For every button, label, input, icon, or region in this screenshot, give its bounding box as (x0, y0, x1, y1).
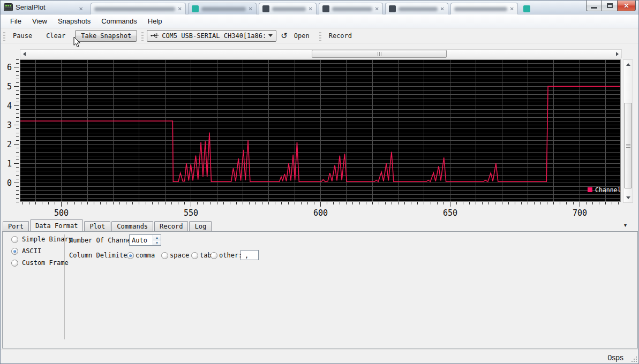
radio-label-ascii: ASCII (22, 247, 41, 255)
x-tick-label: 600 (313, 208, 328, 218)
open-port-button[interactable]: Open (291, 30, 313, 42)
window-controls: ✕ (587, 1, 636, 11)
y-tick-label: 4 (7, 101, 12, 111)
radio-simple-binary[interactable] (11, 236, 18, 243)
toolbar-grip[interactable] (3, 31, 5, 41)
menu-item-snapshots[interactable]: Snapshots (52, 16, 96, 27)
radio-delimiter-other[interactable] (211, 252, 217, 259)
delimiter-label-space: space (170, 252, 189, 259)
refresh-ports-icon[interactable]: ↺ (281, 31, 288, 41)
blurred-tab-4[interactable]: ✕ (259, 3, 317, 14)
thumb-grip-icon (626, 144, 630, 148)
minimize-icon (591, 7, 597, 9)
x-scrollbar-thumb[interactable] (312, 50, 447, 58)
tab-close-icon[interactable]: ✕ (178, 6, 182, 12)
clear-button[interactable]: Clear (43, 30, 69, 42)
tab-commands[interactable]: Commands (111, 221, 153, 231)
blurred-tab-6[interactable]: ✕ (385, 3, 448, 14)
spinner-value: Auto (130, 235, 153, 245)
radio-delimiter-comma[interactable] (127, 252, 134, 259)
scroll-left-arrow[interactable] (20, 50, 28, 58)
blurred-tab-5[interactable]: ✕ (319, 3, 383, 14)
plot-y-scrollbar[interactable] (623, 59, 633, 203)
spinner-buttons: ▲ ▼ (153, 235, 161, 245)
legend-swatch (588, 187, 592, 192)
y-tick-label: 1 (7, 159, 12, 169)
close-button[interactable]: ✕ (617, 1, 636, 11)
menu-item-help[interactable]: Help (142, 16, 168, 27)
usb-icon (151, 33, 159, 39)
tab-log[interactable]: Log (189, 221, 212, 231)
teal-app-icon (192, 5, 199, 12)
dark-app-icon (389, 5, 396, 12)
number-of-channels-spinner[interactable]: Auto ▲ ▼ (129, 234, 161, 246)
pause-button[interactable]: Pause (10, 30, 35, 42)
port-combo-value: COM5 USB-SERIAL CH340[1a86:7523] (162, 32, 266, 40)
menu-item-view[interactable]: View (27, 16, 52, 27)
delimiter-label-other: other: (219, 252, 242, 259)
port-select-combo[interactable]: COM5 USB-SERIAL CH340[1a86:7523] (147, 30, 276, 42)
plot-x-scrollbar[interactable] (20, 49, 622, 58)
dark-app-icon (262, 5, 269, 12)
take-snapshot-button[interactable]: Take Snapshot (75, 30, 137, 42)
maximize-button[interactable] (602, 1, 618, 11)
tab-record[interactable]: Record (154, 221, 188, 231)
y-scrollbar-thumb[interactable] (624, 103, 632, 188)
radio-delimiter-tab[interactable] (191, 252, 198, 259)
blurred-tab-3[interactable]: ✕ (188, 3, 257, 14)
tab-data-format[interactable]: Data Format (30, 219, 83, 231)
x-tick-label: 650 (443, 208, 457, 218)
other-delimiter-input[interactable]: , (240, 250, 259, 260)
y-tick-label: 0 (7, 178, 12, 188)
radio-ascii[interactable] (11, 248, 18, 255)
plot-area[interactable]: 0123456500550600650700Channel 1 (1, 59, 639, 220)
toolbar-grip[interactable] (141, 31, 144, 41)
tab-overflow-arrow[interactable]: ▾ (624, 222, 627, 228)
toolbar-grip[interactable] (319, 31, 321, 41)
close-icon: ✕ (623, 3, 629, 9)
spin-down-button[interactable]: ▼ (153, 240, 161, 245)
tab-close-icon[interactable]: ✕ (309, 6, 313, 12)
blurred-tab-title (454, 7, 507, 11)
radio-label-custom-frame: Custom Frame (22, 259, 69, 267)
minimize-button[interactable] (586, 1, 602, 11)
tab-port[interactable]: Port (3, 221, 29, 231)
titlebar: SerialPlot ✕✕✕✕✕✕✕ ✕ (1, 1, 639, 14)
tab-close-icon[interactable]: ✕ (249, 6, 253, 12)
settings-tabbar: PortData FormatPlotCommandsRecordLog (3, 219, 213, 231)
y-tick-label: 3 (7, 120, 12, 130)
scroll-up-arrow[interactable] (624, 60, 632, 69)
blurred-tab-title (332, 7, 372, 11)
y-tick-label: 6 (7, 63, 12, 72)
scroll-right-arrow[interactable] (613, 50, 621, 58)
x-tick-label: 500 (54, 208, 69, 218)
tab-close-icon[interactable]: ✕ (440, 6, 445, 12)
blurred-tab-7[interactable]: ✕ (450, 3, 518, 14)
blurred-tab-title (94, 7, 175, 11)
y-tick-label: 2 (7, 140, 12, 149)
spin-up-button[interactable]: ▲ (153, 235, 161, 240)
tab-close-icon[interactable]: ✕ (79, 6, 83, 12)
blurred-tab-title (399, 7, 438, 11)
radio-label-simple-binary: Simple Binary (22, 236, 72, 243)
mouse-cursor (73, 36, 81, 48)
delimiter-label-comma: comma (136, 252, 155, 259)
blurred-tab-1[interactable]: ✕ (76, 3, 88, 14)
blurred-tab-2[interactable]: ✕ (91, 3, 186, 14)
tab-plot[interactable]: Plot (84, 221, 110, 231)
resize-grip[interactable] (631, 356, 638, 363)
taskbar-blurred-tabs: ✕✕✕✕✕✕✕ (76, 1, 579, 14)
menu-item-commands[interactable]: Commands (96, 16, 142, 27)
delimiter-label-tab: tab (200, 252, 212, 259)
panel-divider (64, 234, 65, 339)
menu-item-file[interactable]: File (5, 16, 27, 27)
blurred-tab-8[interactable] (520, 3, 536, 14)
sps-counter: 0sps (607, 353, 623, 362)
tab-close-icon[interactable]: ✕ (510, 6, 514, 12)
radio-custom-frame[interactable] (11, 260, 18, 267)
blurred-tab-title (201, 7, 246, 11)
tab-close-icon[interactable]: ✕ (375, 6, 379, 12)
record-button[interactable]: Record (326, 30, 355, 42)
scroll-down-arrow[interactable] (624, 194, 632, 202)
radio-delimiter-space[interactable] (161, 252, 168, 259)
